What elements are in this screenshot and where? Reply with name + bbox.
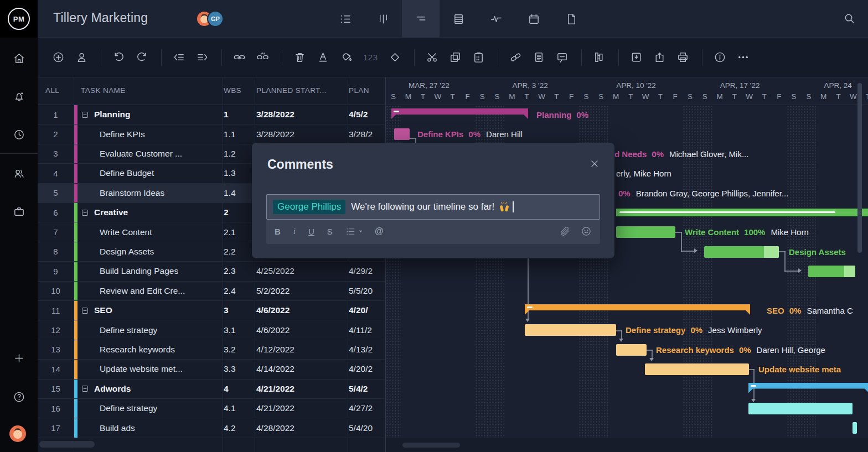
row-number: 2 (38, 124, 74, 143)
table-row[interactable]: 12Define strategy3.14/6/20224/11/2 (38, 320, 385, 340)
emoji-icon[interactable] (581, 226, 592, 237)
sidebar-item-team[interactable] (0, 164, 38, 183)
text-color-icon[interactable] (317, 51, 329, 64)
task-bar[interactable] (616, 226, 675, 238)
bold-button[interactable]: B (275, 227, 281, 236)
chevron-down-icon[interactable] (358, 226, 363, 236)
task-bar[interactable] (808, 266, 855, 277)
tab-list-view[interactable] (327, 0, 364, 38)
column-header[interactable]: PLANNED START... (256, 86, 327, 95)
tab-gantt-view[interactable] (402, 0, 440, 38)
tab-sheet-view[interactable] (440, 0, 477, 38)
redo-icon[interactable] (136, 51, 148, 64)
table-row[interactable]: 11SEO34/6/20224/20/ (38, 301, 385, 320)
outdent-icon[interactable] (173, 51, 185, 64)
export-icon[interactable] (653, 51, 666, 64)
notes-icon[interactable] (533, 51, 545, 64)
underline-button[interactable]: U (308, 227, 314, 236)
list-format-icon[interactable] (345, 226, 356, 237)
summary-bar[interactable] (525, 304, 750, 315)
task-bar[interactable] (525, 324, 616, 336)
sidebar-item-help[interactable] (0, 387, 38, 406)
comment-input[interactable]: George Phillips We're following our time… (266, 194, 600, 220)
search-icon[interactable] (843, 12, 856, 25)
strikethrough-button[interactable]: S (327, 227, 333, 236)
collapse-icon[interactable] (81, 111, 89, 119)
comment-icon[interactable] (556, 51, 569, 64)
member-avatar-gp[interactable]: GP (207, 11, 224, 27)
column-header[interactable]: PLAN (349, 86, 369, 95)
sidebar-item-home[interactable] (0, 49, 38, 67)
collapse-icon[interactable] (81, 306, 89, 315)
gantt-label-name: SEO (767, 306, 784, 315)
milestone-icon[interactable] (389, 51, 401, 64)
gantt-label-percent: 0% (739, 345, 751, 355)
table-row[interactable]: 2Define KPIs1.13/28/20223/28/2 (38, 124, 385, 144)
task-color-strip (74, 320, 78, 339)
task-name: Research keywords (100, 345, 175, 355)
cut-icon[interactable] (426, 51, 438, 64)
paperclip-icon[interactable] (559, 226, 570, 237)
italic-button[interactable]: i (293, 227, 296, 236)
table-row[interactable]: 9Build Landing Pages2.34/25/20224/29/2 (38, 262, 385, 281)
attachment-icon[interactable] (509, 51, 522, 64)
more-icon[interactable] (737, 51, 750, 64)
info-icon[interactable] (714, 51, 726, 64)
summary-bar[interactable] (616, 209, 868, 216)
table-gantt-splitter[interactable] (385, 77, 386, 452)
columns-icon[interactable] (593, 51, 606, 64)
task-name: Define KPIs (100, 129, 145, 139)
sidebar-item-recent[interactable] (0, 125, 38, 144)
table-horizontal-scrollbar[interactable] (39, 441, 95, 448)
print-icon[interactable] (676, 51, 689, 64)
summary-bar[interactable] (748, 383, 868, 393)
task-bar[interactable] (394, 128, 410, 140)
task-bar[interactable] (645, 363, 749, 375)
paste-icon[interactable] (472, 51, 485, 64)
copy-icon[interactable] (449, 51, 462, 64)
import-icon[interactable] (630, 51, 643, 64)
fill-color-icon[interactable] (340, 51, 353, 64)
delete-icon[interactable] (293, 51, 306, 64)
table-row[interactable]: 10Review and Edit Cre...2.45/2/20225/5/2… (38, 282, 385, 301)
planned-start-cell: 4/21/2022 (256, 399, 347, 418)
task-bar[interactable] (748, 403, 852, 414)
tab-document-view[interactable] (552, 0, 590, 38)
undo-icon[interactable] (112, 51, 125, 64)
link-tasks-icon[interactable] (233, 51, 246, 64)
column-header[interactable]: ALL (45, 86, 59, 95)
table-row[interactable]: 15Adwords44/21/20225/4/2 (38, 380, 385, 399)
pm-logo[interactable]: PM (0, 0, 38, 38)
tab-activity-view[interactable] (477, 0, 515, 38)
collapse-icon[interactable] (81, 385, 89, 393)
tab-board-view[interactable] (364, 0, 402, 38)
close-icon[interactable] (589, 158, 600, 169)
assign-user-icon[interactable] (75, 51, 88, 64)
wbs-cell: 4 (224, 380, 254, 398)
home-icon (13, 52, 25, 65)
summary-bar[interactable] (391, 108, 528, 119)
table-row[interactable]: 13Research keywords3.24/12/20224/13/2 (38, 340, 385, 360)
user-avatar[interactable] (9, 425, 26, 442)
table-row[interactable]: 14Update website met...3.34/14/20224/20/… (38, 360, 385, 379)
indent-icon[interactable] (196, 51, 209, 64)
table-row[interactable]: 1Planning13/28/20224/5/2 (38, 105, 385, 124)
table-row[interactable]: 16Define strategy4.14/21/20224/27/2 (38, 399, 385, 418)
column-header[interactable]: TASK NAME (81, 86, 126, 95)
table-row[interactable]: 17Build ads4.24/28/20225/4/20 (38, 418, 385, 438)
column-header[interactable]: WBS (224, 86, 241, 95)
numbers-icon[interactable]: 123 (363, 53, 378, 62)
task-bar[interactable] (852, 422, 857, 434)
task-bar[interactable] (616, 344, 647, 356)
mention-button[interactable]: @ (375, 226, 384, 236)
unlink-tasks-icon[interactable] (256, 51, 269, 64)
gantt-horizontal-scrollbar[interactable] (402, 443, 460, 448)
sidebar-item-add[interactable] (0, 349, 38, 367)
sidebar-item-notifications[interactable] (0, 87, 38, 106)
add-task-icon[interactable] (52, 51, 65, 64)
tab-calendar-view[interactable] (515, 0, 552, 38)
gantt-vertical-scrollbar[interactable] (857, 83, 862, 253)
sidebar-item-portfolio[interactable] (0, 202, 38, 221)
collapse-icon[interactable] (81, 209, 89, 217)
task-bar[interactable] (704, 246, 779, 258)
